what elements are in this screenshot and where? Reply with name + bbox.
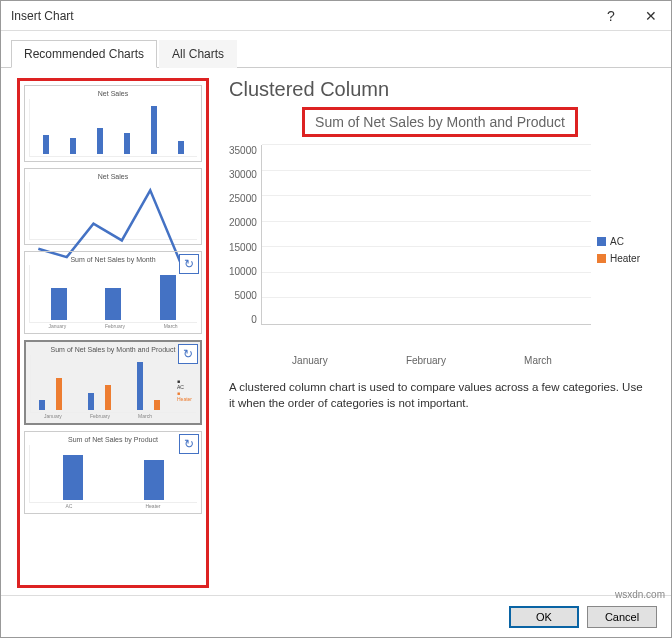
mini-chart — [29, 182, 197, 240]
close-button[interactable]: ✕ — [631, 1, 671, 30]
mini-chart — [29, 445, 197, 503]
mini-xaxis: ACHeater — [29, 503, 197, 509]
thumb-title: Sum of Net Sales by Product — [29, 436, 197, 443]
window-controls: ? ✕ — [591, 1, 671, 30]
tab-all-charts[interactable]: All Charts — [159, 40, 237, 68]
mini-chart — [29, 99, 197, 157]
titlebar: Insert Chart ? ✕ — [1, 1, 671, 31]
tab-recommended[interactable]: Recommended Charts — [11, 40, 157, 68]
chart-title: Sum of Net Sales by Month and Product — [302, 107, 578, 137]
thumbnail-panel: Net Sales Net Sales ↻ Sum of Net Sal — [24, 85, 202, 581]
thumb-sum-month-product[interactable]: ↻ Sum of Net Sales by Month and Product … — [24, 340, 202, 425]
thumb-title: Sum of Net Sales by Month — [29, 256, 197, 263]
x-axis: January February March — [253, 355, 591, 366]
chart-preview: 35000 30000 25000 20000 15000 10000 5000… — [229, 145, 651, 355]
dialog-title: Insert Chart — [11, 9, 74, 23]
mini-legend: ■ AC ■ Heater — [177, 378, 192, 402]
plot-area — [261, 145, 591, 325]
thumb-clustered-bar-1[interactable]: Net Sales — [24, 85, 202, 162]
tab-bar: Recommended Charts All Charts — [1, 31, 671, 68]
legend-heater: Heater — [597, 253, 651, 264]
thumbnail-list[interactable]: Net Sales Net Sales ↻ Sum of Net Sal — [24, 85, 202, 581]
legend-ac: AC — [597, 236, 651, 247]
mini-xaxis: JanuaryFebruaryMarch — [29, 323, 197, 329]
y-axis: 35000 30000 25000 20000 15000 10000 5000… — [229, 145, 261, 325]
dialog-body: Net Sales Net Sales ↻ Sum of Net Sal — [1, 68, 671, 595]
thumb-sum-month[interactable]: ↻ Sum of Net Sales by Month JanuaryFebru… — [24, 251, 202, 334]
legend: AC Heater — [591, 145, 651, 355]
thumb-title: Net Sales — [29, 90, 197, 97]
mini-chart: ■ AC ■ Heater — [30, 355, 196, 413]
mini-xaxis: JanuaryFebruaryMarch — [30, 413, 196, 419]
mini-chart — [29, 265, 197, 323]
preview-panel: Clustered Column Sum of Net Sales by Mon… — [209, 78, 661, 585]
help-button[interactable]: ? — [591, 1, 631, 30]
thumb-title: Net Sales — [29, 173, 197, 180]
chart-description: A clustered column chart is used to comp… — [229, 380, 651, 411]
thumb-line[interactable]: Net Sales — [24, 168, 202, 245]
thumbnail-highlight: Net Sales Net Sales ↻ Sum of Net Sal — [17, 78, 209, 588]
cancel-button[interactable]: Cancel — [587, 606, 657, 628]
thumb-sum-product[interactable]: ↻ Sum of Net Sales by Product ACHeater — [24, 431, 202, 514]
watermark: wsxdn.com — [615, 589, 665, 600]
ok-button[interactable]: OK — [509, 606, 579, 628]
chart-type-label: Clustered Column — [229, 78, 651, 101]
insert-chart-dialog: Insert Chart ? ✕ Recommended Charts All … — [0, 0, 672, 638]
dialog-footer: OK Cancel — [1, 595, 671, 637]
thumb-title: Sum of Net Sales by Month and Product — [30, 346, 196, 353]
